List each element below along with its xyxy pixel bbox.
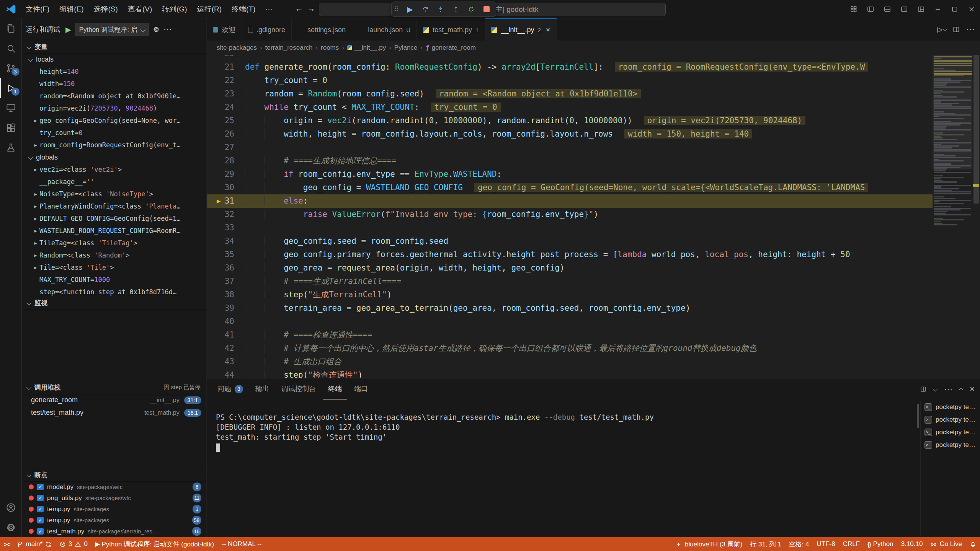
breadcrumb-item[interactable]: __init__.py [347, 44, 386, 52]
panel-tab-端口[interactable]: 端口 [349, 378, 373, 399]
checkbox-checked[interactable]: ✓ [37, 517, 44, 523]
variable-step[interactable]: step = <function step at 0x1bf8d716d… [22, 286, 206, 297]
menu-item[interactable]: 文件(F) [21, 0, 54, 18]
checkbox-checked[interactable]: ✓ [37, 484, 44, 490]
menu-item[interactable]: 终端(T) [227, 0, 260, 18]
variable-Tile[interactable]: ▸Tile = <class 'Tile'> [22, 261, 206, 274]
activity-remote-explorer[interactable] [0, 98, 22, 118]
variables-section-header[interactable]: 变量 [22, 41, 206, 53]
status-remote-indicator[interactable]: >< [0, 537, 13, 551]
activity-settings[interactable] [0, 517, 22, 537]
variable-WASTELAND_ROOM_REQUEST_CONFIG[interactable]: ▸WASTELAND_ROOM_REQUEST_CONFIG = RoomR… [22, 225, 206, 237]
launch-profile-chevron-icon[interactable] [933, 386, 938, 391]
step-over-button[interactable] [418, 3, 432, 16]
scrollbar-thumb[interactable] [973, 55, 979, 204]
menu-item[interactable]: 选择(S) [89, 0, 123, 18]
scope-locals[interactable]: locals [22, 53, 206, 65]
activity-explorer[interactable] [0, 18, 22, 38]
status-eol[interactable]: CRLF [839, 537, 864, 551]
toggle-secondary-sidebar-icon[interactable] [896, 0, 913, 18]
nav-back-icon[interactable]: ← [293, 4, 305, 13]
tab-settings.json[interactable]: settings.json [292, 18, 352, 41]
breadcrumb-item[interactable]: ƒgenerate_room [426, 44, 476, 52]
variable-vec2i[interactable]: ▸vec2i = <class 'vec2i'> [22, 163, 206, 176]
maximize-panel-icon[interactable] [959, 388, 964, 393]
stack-frame[interactable]: generate_room__init__.py31:1 [22, 394, 206, 406]
tab-launch.json[interactable]: launch.jsonU [352, 18, 417, 41]
breakpoint-row[interactable]: ✓temp.pysite-packages1 [22, 504, 206, 515]
variable-Random[interactable]: ▸Random = <class 'Random'> [22, 249, 206, 261]
editor-scrollbar[interactable] [972, 55, 980, 378]
more-actions-icon[interactable]: ⋯ [966, 24, 975, 34]
terminal-instance[interactable]: >_pocketpy te… [921, 413, 978, 426]
variable-TileTag[interactable]: ▸TileTag = <class 'TileTag'> [22, 237, 206, 249]
gear-icon[interactable] [153, 26, 160, 33]
drag-grip-icon[interactable]: ⠿ [394, 5, 402, 13]
panel-tab-调试控制台[interactable]: 调试控制台 [276, 378, 321, 399]
checkbox-checked[interactable]: ✓ [37, 528, 44, 535]
breadcrumb-item[interactable]: Pylance [394, 44, 417, 52]
status-go-live[interactable]: Go Live [926, 537, 966, 551]
status-problems[interactable]: 30 [56, 537, 91, 551]
terminal-instance[interactable]: >_pocketpy te… [921, 401, 978, 413]
panel-more-actions-icon[interactable]: ⋯ [944, 384, 952, 394]
toggle-sidebar-icon[interactable] [862, 0, 879, 18]
status-cursor-position[interactable]: 行 31, 列 1 [746, 537, 785, 551]
stack-frame[interactable]: test/test_math.pytest_math.py16:1 [22, 406, 206, 419]
scope-globals[interactable]: globals [22, 151, 206, 163]
terminal-output[interactable]: PS C:\computer_science\godot-ldtk\site-p… [216, 412, 915, 534]
status-git-branch[interactable]: main* [13, 537, 56, 551]
variable-height[interactable]: height = 140 [22, 65, 206, 78]
step-into-button[interactable] [434, 3, 448, 16]
step-out-button[interactable] [449, 3, 463, 16]
customize-layout-icon[interactable] [913, 0, 929, 18]
status-indentation[interactable]: 空格: 4 [785, 537, 813, 551]
variable-origin[interactable]: origin = vec2i(7205730, 9024468) [22, 102, 206, 114]
close-button[interactable] [963, 0, 980, 18]
breakpoint-row[interactable]: ✓png_utils.pysite-packages\wfc11 [22, 492, 206, 504]
terminal-scrollbar[interactable] [917, 404, 919, 428]
checkbox-checked[interactable]: ✓ [37, 495, 44, 501]
menu-item[interactable]: 转到(G) [157, 0, 192, 18]
stop-button[interactable] [480, 3, 493, 16]
close-icon[interactable]: × [546, 26, 550, 34]
variable-geo_config[interactable]: ▸geo_config = GeoConfig(seed=None, wor… [22, 114, 206, 127]
breadcrumb-item[interactable]: site-packages [217, 44, 257, 52]
breadcrumb-item[interactable]: terrain_research [265, 44, 313, 52]
variable-DEFAULT_GEO_CONFIG[interactable]: ▸DEFAULT_GEO_CONFIG = GeoConfig(seed=1… [22, 212, 206, 225]
breakpoint-row[interactable]: ✓temp.pysite-packages58 [22, 515, 206, 526]
run-python-file-button[interactable]: ▷ [937, 25, 946, 34]
continue-button[interactable]: ▶ [403, 3, 417, 16]
debug-config-select[interactable]: Python 调试程序: 启 [75, 23, 149, 36]
status-language-mode[interactable]: {}Python [864, 537, 897, 551]
start-debugging-button[interactable]: ▶ [65, 25, 71, 34]
menu-item[interactable]: 查看(V) [123, 0, 157, 18]
grid-icon[interactable] [845, 0, 862, 18]
variable-room_config[interactable]: ▸room_config = RoomRequestConfig(env_t… [22, 139, 206, 151]
minimize-button[interactable] [929, 0, 946, 18]
variable-try_count[interactable]: try_count = 0 [22, 127, 206, 139]
split-editor-icon[interactable] [952, 26, 960, 33]
status-python-version[interactable]: 3.10.10 [897, 537, 927, 551]
terminal-instance[interactable]: >_pocketpy te… [921, 426, 978, 439]
tab-test_math.py[interactable]: test_math.py1 [417, 18, 485, 41]
tab-.gdignore[interactable]: .gdignore [242, 18, 292, 41]
watch-section-header[interactable]: 监视 [22, 297, 206, 309]
minimap-slider[interactable] [933, 55, 972, 170]
minimap[interactable] [933, 55, 972, 378]
restart-button[interactable] [464, 3, 478, 16]
activity-accounts[interactable] [0, 497, 22, 517]
panel-tab-终端[interactable]: 终端 [323, 378, 347, 399]
tab-欢迎[interactable]: 欢迎 [207, 18, 242, 41]
activity-run-and-debug[interactable]: 1 [0, 78, 22, 98]
variable-MAX_TRY_COUNT[interactable]: MAX_TRY_COUNT = 1000 [22, 274, 206, 286]
menu-item[interactable]: ⋯ [260, 0, 278, 18]
activity-source-control[interactable]: 3 [0, 58, 22, 78]
status-git-blame[interactable]: blueloveTH (3 周前) [672, 537, 746, 551]
variable-PlanetaryWindConfig[interactable]: ▸PlanetaryWindConfig = <class 'Planeta… [22, 200, 206, 212]
checkbox-checked[interactable]: ✓ [37, 506, 44, 512]
activity-testing[interactable] [0, 138, 22, 158]
terminal-instance[interactable]: >_pocketpy te… [921, 439, 978, 451]
activity-search[interactable] [0, 38, 22, 58]
breakpoint-row[interactable]: ✓model.pysite-packages\wfc6 [22, 481, 206, 492]
